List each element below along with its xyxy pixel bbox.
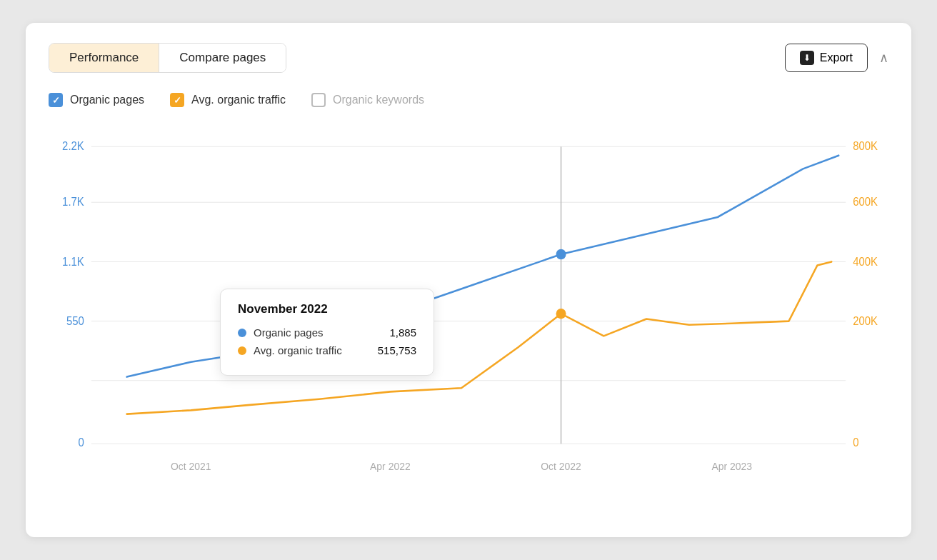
svg-text:2.2K: 2.2K bbox=[62, 140, 85, 152]
svg-text:550: 550 bbox=[66, 315, 84, 327]
chart-svg: 2.2K 1.7K 1.1K 550 0 800K 600K 400K 200K… bbox=[49, 124, 888, 496]
svg-text:Apr 2023: Apr 2023 bbox=[711, 460, 752, 471]
chevron-up-icon[interactable]: ∧ bbox=[879, 50, 888, 66]
checkbox-keywords[interactable]: Organic keywords bbox=[311, 93, 424, 107]
svg-text:Oct 2021: Oct 2021 bbox=[171, 460, 211, 471]
header-row: Performance Compare pages ⬇ Export ∧ bbox=[49, 43, 888, 73]
svg-text:1.1K: 1.1K bbox=[62, 255, 85, 267]
checkbox-avg-traffic-box[interactable]: ✓ bbox=[170, 93, 184, 107]
tabs: Performance Compare pages bbox=[49, 43, 286, 73]
svg-text:Apr 2022: Apr 2022 bbox=[370, 460, 411, 471]
checkbox-organic-pages-box[interactable]: ✓ bbox=[49, 93, 63, 107]
orange-line bbox=[127, 261, 832, 414]
svg-text:1.7K: 1.7K bbox=[62, 196, 85, 208]
blue-line bbox=[127, 156, 839, 377]
svg-text:Oct 2022: Oct 2022 bbox=[541, 460, 581, 471]
checkboxes-row: ✓ Organic pages ✓ Avg. organic traffic O… bbox=[49, 93, 888, 107]
chart-container: 2.2K 1.7K 1.1K 550 0 800K 600K 400K 200K… bbox=[49, 124, 888, 496]
checkbox-organic-pages-label: Organic pages bbox=[70, 94, 144, 106]
checkbox-avg-traffic[interactable]: ✓ Avg. organic traffic bbox=[170, 93, 286, 107]
main-card: Performance Compare pages ⬇ Export ∧ ✓ O… bbox=[26, 23, 911, 537]
export-label: Export bbox=[820, 51, 853, 64]
checkbox-avg-traffic-label: Avg. organic traffic bbox=[191, 94, 286, 106]
svg-text:0: 0 bbox=[79, 436, 84, 449]
checkbox-keywords-box[interactable] bbox=[311, 93, 326, 107]
svg-text:600K: 600K bbox=[853, 196, 878, 208]
orange-dot bbox=[556, 309, 566, 319]
svg-text:0: 0 bbox=[853, 436, 858, 449]
download-icon: ⬇ bbox=[800, 51, 814, 65]
svg-text:400K: 400K bbox=[853, 255, 878, 267]
tab-compare[interactable]: Compare pages bbox=[159, 44, 286, 72]
blue-dot bbox=[556, 249, 566, 260]
checkmark: ✓ bbox=[52, 95, 60, 106]
checkmark: ✓ bbox=[174, 95, 181, 106]
svg-text:800K: 800K bbox=[853, 140, 878, 152]
export-button[interactable]: ⬇ Export bbox=[785, 44, 868, 72]
tab-performance[interactable]: Performance bbox=[49, 44, 159, 72]
svg-text:200K: 200K bbox=[853, 315, 878, 327]
checkbox-keywords-label: Organic keywords bbox=[333, 94, 424, 106]
header-right: ⬇ Export ∧ bbox=[785, 44, 888, 72]
checkbox-organic-pages[interactable]: ✓ Organic pages bbox=[49, 93, 144, 107]
